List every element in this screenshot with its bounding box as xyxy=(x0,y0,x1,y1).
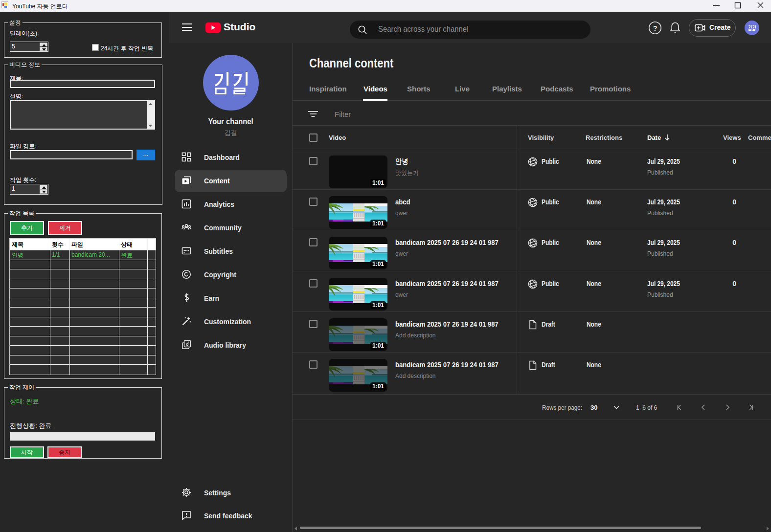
svg-text:?: ? xyxy=(653,24,657,32)
